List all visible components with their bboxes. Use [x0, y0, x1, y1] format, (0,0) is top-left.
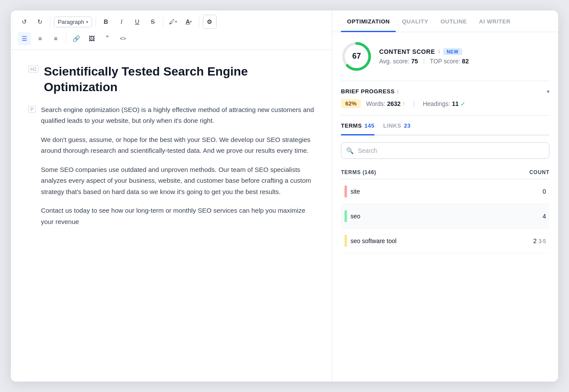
- code-icon: <>: [120, 36, 126, 42]
- app-container: ↺ ↻ Paragraph ▾ B I U S 🖊 ▾ A: [11, 10, 558, 382]
- editor-para-2[interactable]: Some SEO companies use outdated and unpr…: [41, 164, 314, 198]
- term-text-1: seo: [351, 213, 361, 220]
- paragraph-select[interactable]: Paragraph ▾: [54, 16, 92, 27]
- term-indicator-1: [344, 210, 347, 222]
- quote-icon: ": [106, 35, 109, 43]
- undo-button[interactable]: ↺: [18, 15, 31, 28]
- bold-button[interactable]: B: [99, 15, 112, 28]
- toolbar-sep-1: [50, 16, 50, 27]
- editor-para-0[interactable]: Search engine optimization (SEO) is a hi…: [41, 104, 314, 126]
- quote-button[interactable]: ": [101, 32, 114, 45]
- table-row: seo 4: [341, 204, 549, 229]
- top-value: 82: [462, 58, 469, 65]
- terms-table-header: TERMS (146) COUNT: [341, 166, 549, 179]
- image-icon: 🖼: [89, 35, 95, 42]
- tab-ai-writer[interactable]: AI WRITER: [473, 10, 517, 32]
- highlight-button[interactable]: 🖊 ▾: [167, 15, 180, 28]
- term-name-1: seo: [344, 210, 361, 222]
- score-circle: 67: [341, 41, 372, 72]
- paragraph-label: Paragraph: [58, 19, 84, 25]
- chevron-down-icon: ▾: [86, 20, 88, 24]
- para-block-1: PWe don't guess, assume, or hope for the…: [28, 134, 314, 156]
- up-arrow-icon: ↑: [402, 100, 405, 107]
- heading-block: H1 Scientifically Tested Search Engine O…: [28, 64, 314, 96]
- terms-links-tabs: TERMS 145 LINKS 23: [341, 115, 549, 135]
- align-center-icon: ≡: [38, 35, 42, 42]
- code-button[interactable]: <>: [116, 32, 129, 45]
- brief-section: BRIEF PROGRESS i ▾ 62% Words: 2632 ↑ | H…: [341, 81, 549, 115]
- search-input[interactable]: [341, 142, 549, 159]
- progress-badge: 62%: [341, 99, 361, 108]
- table-row: seo software tool 23-5: [341, 229, 549, 254]
- check-icon: ✓: [460, 100, 466, 107]
- tab-outline[interactable]: OUTLINE: [434, 10, 473, 32]
- tab-quality[interactable]: QUALITY: [396, 10, 434, 32]
- link-icon: 🔗: [73, 35, 80, 42]
- align-right-icon: ≡: [54, 35, 57, 42]
- toolbar-sep-4: [199, 16, 199, 27]
- link-button[interactable]: 🔗: [69, 32, 83, 45]
- brief-info-icon[interactable]: i: [397, 89, 399, 95]
- paragraph-blocks: PSearch engine optimization (SEO) is a h…: [28, 104, 314, 227]
- avg-label: Avg. score:: [379, 58, 410, 65]
- avg-value: 75: [411, 58, 418, 65]
- heading-label: H1: [28, 66, 39, 72]
- settings-button[interactable]: ⚙: [203, 15, 217, 29]
- links-count: 23: [404, 122, 411, 129]
- editor-content[interactable]: H1 Scientifically Tested Search Engine O…: [11, 50, 332, 382]
- term-indicator-2: [344, 235, 347, 247]
- editor-para-3[interactable]: Contact us today to see how our long-ter…: [41, 205, 314, 227]
- words-stat: Words: 2632 ↑: [366, 100, 405, 107]
- terms-rows: site 0 seo 4 seo software tool 23-5: [341, 179, 549, 254]
- image-button[interactable]: 🖼: [85, 32, 98, 45]
- score-section: 67 CONTENT SCORE i NEW Avg. score: 75 | …: [341, 41, 549, 81]
- para-block-3: PContact us today to see how our long-te…: [28, 205, 314, 227]
- editor-panel: ↺ ↻ Paragraph ▾ B I U S 🖊 ▾ A: [11, 10, 332, 382]
- panel-content: 67 CONTENT SCORE i NEW Avg. score: 75 | …: [332, 32, 558, 382]
- terms-tab[interactable]: TERMS 145: [341, 122, 374, 135]
- heading-text[interactable]: Scientifically Tested Search Engine Opti…: [44, 64, 314, 96]
- toolbar-sep-3: [163, 16, 163, 27]
- align-left-button[interactable]: ☰: [18, 32, 31, 45]
- right-panel: OPTIMIZATION QUALITY OUTLINE AI WRITER 6…: [332, 10, 558, 382]
- para-label-0: P: [28, 106, 36, 113]
- brief-header: BRIEF PROGRESS i ▾: [341, 88, 549, 95]
- term-text-0: site: [351, 188, 360, 195]
- align-center-button[interactable]: ≡: [33, 32, 46, 45]
- term-count-2: 23-5: [533, 237, 546, 244]
- count-range-2: 3-5: [539, 238, 546, 244]
- term-indicator-0: [344, 185, 347, 198]
- tab-optimization[interactable]: OPTIMIZATION: [341, 10, 396, 32]
- headings-value: 11: [452, 100, 459, 107]
- editor-para-1[interactable]: We don't guess, assume, or hope for the …: [41, 134, 314, 156]
- words-label: Words:: [366, 100, 385, 107]
- para-block-2: PSome SEO companies use outdated and unp…: [28, 164, 314, 198]
- toolbar-row-1: ↺ ↻ Paragraph ▾ B I U S 🖊 ▾ A: [18, 15, 325, 29]
- content-score-label: CONTENT SCORE: [379, 48, 435, 55]
- score-label-row: CONTENT SCORE i NEW: [379, 48, 549, 55]
- th-terms: TERMS (146): [341, 169, 376, 175]
- underline-button[interactable]: U: [131, 15, 144, 28]
- brief-collapse-icon[interactable]: ▾: [547, 89, 549, 95]
- th-count: COUNT: [529, 169, 549, 175]
- para-block-0: PSearch engine optimization (SEO) is a h…: [28, 104, 314, 126]
- stats-sep: |: [413, 100, 415, 108]
- font-color-icon: A: [185, 18, 190, 25]
- top-label: TOP score:: [430, 58, 460, 65]
- tabs-bar: OPTIMIZATION QUALITY OUTLINE AI WRITER: [332, 10, 558, 32]
- chevron-down-icon-2: ▾: [175, 20, 177, 24]
- content-score-info-icon[interactable]: i: [439, 49, 440, 55]
- align-right-button[interactable]: ≡: [49, 32, 62, 45]
- chevron-down-icon-3: ▾: [190, 20, 192, 24]
- strikethrough-button[interactable]: S: [146, 15, 159, 28]
- redo-button[interactable]: ↻: [33, 15, 46, 28]
- brief-stats: 62% Words: 2632 ↑ | Headings: 11 ✓: [341, 99, 549, 108]
- terms-count: 145: [364, 122, 374, 129]
- score-meta: Avg. score: 75 | TOP score: 82: [379, 58, 549, 65]
- brief-progress-label: BRIEF PROGRESS: [341, 88, 395, 95]
- highlight-icon: 🖊: [169, 18, 175, 25]
- links-tab[interactable]: LINKS 23: [383, 122, 410, 135]
- svg-text:67: 67: [352, 52, 361, 60]
- italic-button[interactable]: I: [115, 15, 128, 28]
- font-color-button[interactable]: A ▾: [182, 15, 195, 28]
